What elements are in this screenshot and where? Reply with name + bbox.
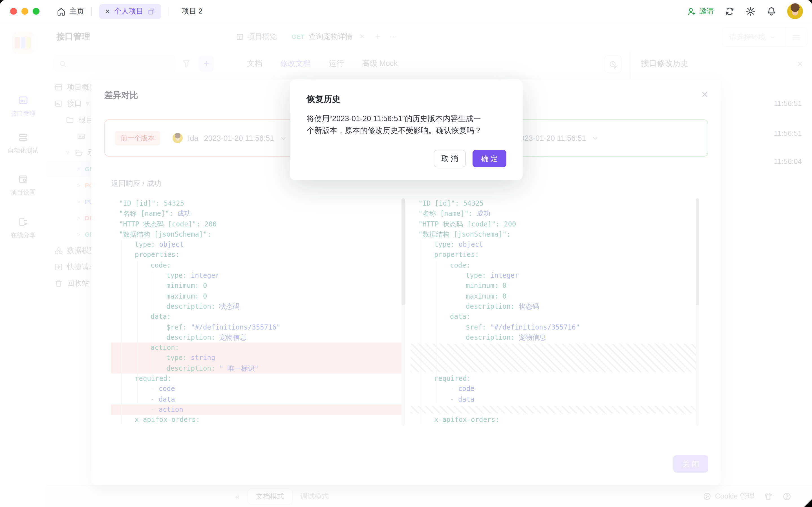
mouse-cursor: [804, 499, 812, 507]
close-window-button[interactable]: [10, 8, 17, 15]
user-avatar[interactable]: [787, 3, 803, 19]
project-tab-2[interactable]: 项目 2: [182, 6, 202, 16]
invite-label: 邀请: [699, 6, 714, 16]
dialog-body: 将使用“2023-01-20 11:56:51”的历史版本内容生成一 个新版本，…: [307, 113, 509, 136]
home-label: 主页: [69, 6, 84, 16]
app-window: 主页 ✕ 个人项目 项目 2 邀请 接口管理自动化测试项目设置在线分享 接口: [0, 0, 812, 507]
confirm-button[interactable]: 确 定: [472, 150, 506, 167]
window-controls: [10, 8, 40, 15]
titlebar-actions: 邀请: [687, 3, 803, 19]
invite-button[interactable]: 邀请: [687, 6, 714, 16]
project-tab-personal[interactable]: ✕ 个人项目: [99, 4, 161, 19]
settings-gear-icon[interactable]: [746, 6, 756, 16]
home-icon: [56, 6, 66, 16]
open-external-icon[interactable]: [147, 7, 156, 15]
restore-history-dialog: 恢复历史 将使用“2023-01-20 11:56:51”的历史版本内容生成一 …: [290, 79, 523, 180]
dialog-title: 恢复历史: [307, 94, 341, 105]
divider: [91, 7, 92, 16]
minimize-window-button[interactable]: [21, 8, 28, 15]
zoom-window-button[interactable]: [33, 8, 40, 15]
titlebar: 主页 ✕ 个人项目 项目 2 邀请: [0, 0, 812, 23]
close-tab-icon[interactable]: ✕: [105, 8, 110, 14]
notifications-bell-icon[interactable]: [766, 6, 776, 16]
person-add-icon: [687, 6, 696, 16]
divider: [168, 7, 169, 16]
sync-icon[interactable]: [725, 6, 735, 16]
home-button[interactable]: 主页: [56, 6, 84, 16]
cancel-button[interactable]: 取 消: [434, 150, 466, 167]
project-tab-label: 个人项目: [114, 6, 143, 16]
